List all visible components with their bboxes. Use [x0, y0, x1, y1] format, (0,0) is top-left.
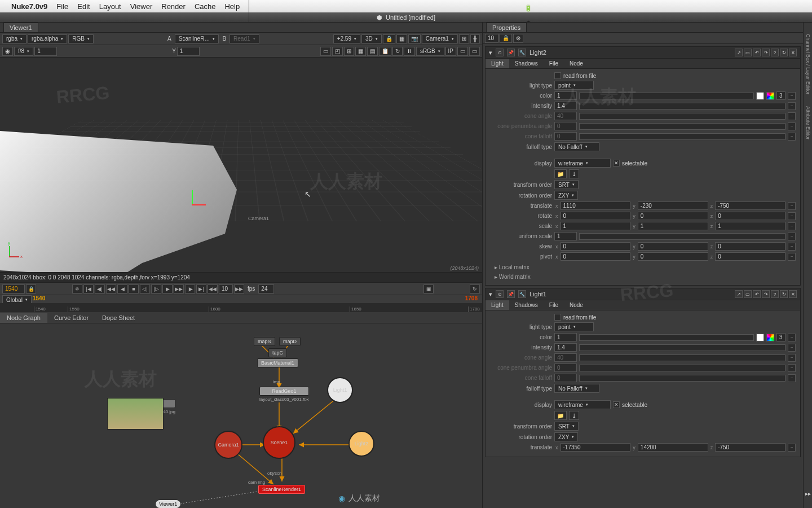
viewport-3d[interactable]: Camera1 ↖ x y (2048x1024) [0, 58, 482, 272]
color-slider[interactable] [579, 93, 754, 99]
i1[interactable]: ▭ [320, 47, 331, 56]
pushpin-icon[interactable]: 📌 [507, 49, 515, 56]
fstop-val[interactable]: 1 [34, 47, 57, 56]
tab-dope-sheet[interactable]: Dope Sheet [95, 313, 142, 323]
skip-back-icon[interactable]: ◀◀ [208, 284, 218, 294]
zoom-level[interactable]: +2.59 [333, 34, 360, 43]
tab-node-graph[interactable]: Node Graph [0, 313, 47, 323]
anim-icon[interactable]: ~ [788, 112, 796, 120]
node-graph[interactable]: mapS mapD tapC BasicMaterial1 img ReadGe… [0, 323, 482, 508]
light-type-select[interactable]: point [554, 322, 594, 331]
anim-icon[interactable]: ~ [788, 122, 796, 130]
menu-help[interactable]: Help [224, 2, 240, 11]
viewer-tab[interactable]: Viewer1 [3, 23, 38, 33]
i5[interactable]: ▤ [367, 47, 378, 56]
color-value[interactable]: 1 [554, 91, 577, 100]
wrench-icon[interactable]: 🔧 [518, 290, 526, 298]
collapse-icon[interactable]: ▾ [489, 291, 492, 298]
camera-icon[interactable]: 📷 [408, 34, 421, 43]
node-light2[interactable]: Light2 [348, 431, 374, 457]
wrench-icon[interactable]: 🔧 [518, 49, 526, 56]
tab-file[interactable]: File [544, 300, 564, 310]
tab-light[interactable]: Light [486, 300, 509, 310]
tool-icon[interactable]: ╫ [470, 34, 480, 43]
node-maps[interactable]: mapS [254, 337, 275, 346]
properties-tab[interactable]: Properties [486, 23, 527, 33]
menu-cache[interactable]: Cache [195, 2, 216, 11]
tab-file[interactable]: File [544, 59, 564, 68]
color-wheel-icon[interactable] [766, 334, 774, 341]
in-point[interactable]: 1540 [33, 295, 45, 301]
fstop[interactable]: f/8 [14, 47, 33, 56]
tab-node[interactable]: Node [564, 59, 589, 68]
anim-icon[interactable]: ~ [788, 243, 796, 251]
timeline[interactable]: Global 1540 1708 1540 1550 1600 1650 170… [0, 295, 482, 312]
ext-icon[interactable]: ↗ [735, 49, 743, 56]
next-key-icon[interactable]: |▶ [185, 284, 195, 294]
collapse-icon[interactable]: ▾ [489, 49, 492, 56]
refresh-icon[interactable]: ↻ [392, 47, 403, 56]
ip-toggle[interactable]: IP [445, 47, 456, 56]
display-mode[interactable]: wireframe [554, 159, 611, 168]
wipe-icon[interactable]: ▦ [396, 34, 407, 43]
folder-icon[interactable]: 📁 [554, 169, 567, 178]
frame-step[interactable]: 10 [219, 284, 233, 294]
anim-icon[interactable]: ~ [788, 92, 796, 100]
loop-icon[interactable]: ↻ [470, 284, 480, 294]
close-icon[interactable]: ✕ [789, 290, 797, 298]
falloff-type[interactable]: No Falloff [554, 142, 599, 151]
lock-icon[interactable]: 🔒 [500, 34, 512, 43]
rotation-order[interactable]: ZXY [554, 191, 578, 200]
transform-order[interactable]: SRT [554, 180, 579, 189]
anim-icon[interactable]: ~ [788, 233, 796, 240]
frame-input[interactable]: 1540 [2, 284, 25, 294]
goto-first-icon[interactable]: |◀ [83, 284, 94, 294]
record-icon[interactable]: ▣ [423, 284, 434, 294]
tab-curve-editor[interactable]: Curve Editor [47, 313, 95, 323]
node-tapc[interactable]: tapC [268, 348, 287, 357]
world-matrix-toggle[interactable]: World matrix [490, 272, 796, 282]
redo-icon[interactable]: ↷ [762, 290, 770, 298]
folder-icon[interactable]: 📁 [554, 411, 567, 420]
menu-layout[interactable]: Layout [99, 2, 121, 11]
anim-icon[interactable]: ~ [788, 202, 796, 210]
center-icon[interactable]: ⊙ [496, 49, 504, 56]
colorspace[interactable]: sRGB [416, 47, 444, 56]
anim-icon[interactable]: ~ [788, 212, 796, 220]
node-viewer[interactable]: Viewer1 [155, 500, 181, 508]
pause-icon[interactable]: ⏸ [404, 47, 415, 56]
prev-key-icon[interactable]: ◀| [95, 284, 105, 294]
h3[interactable]: ↻ [780, 49, 788, 56]
light-type-select[interactable]: point [554, 81, 594, 90]
import-icon[interactable]: ⤓ [569, 411, 579, 420]
settings-icon[interactable]: ⊞ [459, 34, 469, 43]
h1[interactable]: ▭ [744, 49, 752, 56]
gizmo-icon[interactable] [180, 193, 203, 216]
node-readgeo[interactable]: ReadGeo1 [259, 387, 309, 396]
tab-shadows[interactable]: Shadows [509, 59, 544, 68]
clear-icon[interactable]: ⊗ [513, 34, 523, 43]
menu-render[interactable]: Render [161, 2, 186, 11]
anim-icon[interactable]: ~ [788, 102, 796, 110]
color-wheel-icon[interactable] [766, 92, 774, 100]
i6[interactable]: 📋 [379, 47, 391, 56]
channel-select-2[interactable]: rgba.alpha [28, 34, 67, 43]
center-icon[interactable]: ⊙ [496, 290, 504, 298]
node-read-thumb[interactable] [107, 398, 164, 430]
snowflake-icon[interactable]: ❄ [72, 284, 82, 294]
stop-icon[interactable]: ■ [129, 284, 139, 294]
tab-shadows[interactable]: Shadows [509, 300, 544, 310]
lock-icon[interactable]: 🔒 [26, 284, 36, 294]
menu-edit[interactable]: Edit [77, 2, 90, 11]
skip-fwd-icon[interactable]: ▶▶ [234, 284, 244, 294]
penumbra[interactable]: 0 [554, 122, 577, 130]
anim-icon[interactable]: ~ [788, 253, 796, 261]
sidebar-channel-box[interactable]: Channel Box / Layer Editor [805, 34, 811, 95]
goto-last-icon[interactable]: ▶| [196, 284, 206, 294]
node-light1[interactable]: Light1 [327, 377, 353, 403]
node-scanline[interactable]: ScanlineRender1 [258, 485, 305, 494]
close-icon[interactable]: ✕ [789, 49, 797, 56]
y-value[interactable]: 1 [177, 47, 200, 56]
node-camera[interactable]: Camera1 [214, 431, 242, 459]
read-from-file-check[interactable] [554, 314, 561, 321]
